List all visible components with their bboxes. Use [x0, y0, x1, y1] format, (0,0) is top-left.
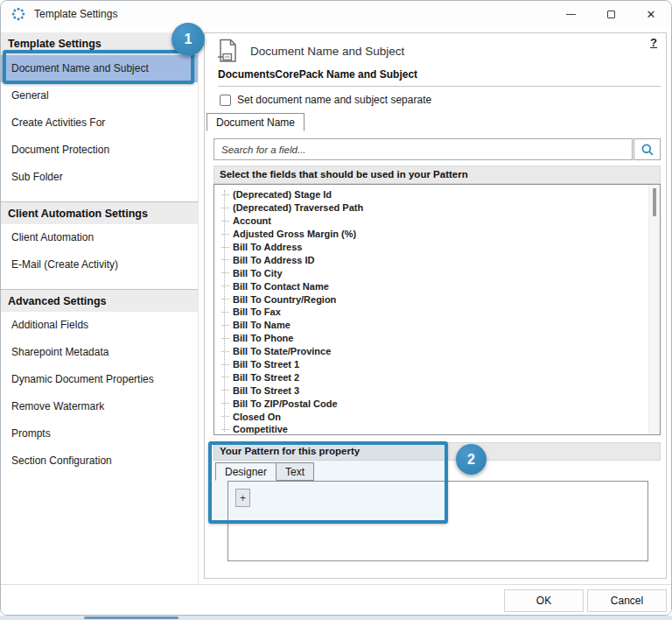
sidebar-item-section-configuration[interactable]: Section Configuration [1, 447, 198, 475]
field-tree-item[interactable]: Bill To Phone [220, 332, 648, 345]
field-tree-item[interactable]: Bill To Address [220, 241, 648, 254]
close-button[interactable]: ✕ [631, 1, 671, 27]
dialog-body: Template SettingsDocument Name and Subje… [1, 27, 671, 584]
help-button[interactable]: ? [650, 36, 657, 49]
minimize-button[interactable] [550, 1, 591, 27]
field-label: Adjusted Gross Margin (%) [233, 229, 356, 239]
tree-branch-icon [221, 285, 229, 286]
sidebar-item-e-mail-create-activity[interactable]: E-Mail (Create Activity) [1, 251, 198, 278]
dialog-footer: OK Cancel [1, 584, 671, 616]
tree-branch-icon [221, 364, 229, 365]
field-tree-item[interactable]: Bill To Street 2 [220, 370, 648, 384]
background-window-accent [84, 616, 178, 619]
field-tree-item[interactable]: Account [220, 215, 648, 228]
field-search-input[interactable] [214, 138, 633, 160]
field-tree-item[interactable]: Adjusted Gross Margin (%) [220, 228, 648, 241]
field-tree-item[interactable]: Bill To Name [220, 319, 648, 332]
field-tree-item[interactable]: Competitive [220, 423, 648, 435]
field-label: Bill To Address [233, 242, 302, 252]
sidebar-item-sub-folder[interactable]: Sub Folder [1, 164, 198, 191]
sidebar-group-template-settings: Template Settings [1, 32, 198, 55]
separate-name-subject-label: Set document name and subject separate [237, 94, 431, 106]
tree-branch-icon [221, 403, 229, 404]
field-label: Bill To Phone [233, 333, 293, 343]
tab-text[interactable]: Text [276, 462, 314, 481]
background-window-edge [0, 616, 672, 620]
main-panel: Document Name and Subject ? DocumentsCor… [204, 32, 667, 579]
field-label: Closed On [233, 412, 281, 422]
tree-branch-icon [221, 429, 229, 430]
field-tree-item[interactable]: Bill To State/Province [220, 345, 648, 358]
field-search-row [214, 138, 661, 160]
tree-branch-icon [221, 416, 229, 417]
tree-branch-icon [221, 259, 229, 260]
field-label: Bill To Street 3 [233, 385, 299, 396]
pattern-designer-canvas[interactable]: + [228, 481, 648, 561]
tree-branch-icon [221, 325, 229, 326]
window-title: Template Settings [34, 8, 117, 20]
field-tree-item[interactable]: Bill To Address ID [220, 253, 648, 266]
tree-branch-icon [221, 377, 229, 377]
close-icon: ✕ [647, 9, 656, 20]
screenshot-root: Template Settings ✕ Template SettingsDoc… [0, 0, 672, 620]
field-tree-item[interactable]: (Deprecated) Stage Id [220, 188, 648, 201]
tree-branch-icon [221, 234, 229, 235]
search-button[interactable] [634, 138, 661, 160]
field-tree-item[interactable]: Bill To Fax [220, 306, 648, 319]
maximize-button[interactable] [591, 1, 631, 27]
sidebar-item-document-name-and-subject[interactable]: Document Name and Subject [1, 55, 198, 82]
field-tree-item[interactable]: (Deprecated) Traversed Path [220, 201, 648, 215]
tree-branch-icon [221, 208, 229, 208]
field-label: (Deprecated) Stage Id [233, 189, 332, 200]
cancel-button[interactable]: Cancel [587, 589, 667, 612]
sidebar-item-remove-watermark[interactable]: Remove Watermark [1, 393, 198, 420]
field-tree-item[interactable]: Bill To Contact Name [220, 279, 648, 292]
fields-list[interactable]: (Deprecated) Stage Id(Deprecated) Traver… [214, 184, 661, 435]
app-logo-icon [11, 7, 25, 21]
field-tree-item[interactable]: Bill To Street 3 [220, 384, 648, 397]
field-label: Bill To ZIP/Postal Code [233, 398, 338, 409]
add-field-button[interactable]: + [235, 489, 250, 507]
field-label: Bill To Name [233, 320, 290, 330]
sidebar-group-client-automation-settings: Client Automation Settings [1, 201, 198, 224]
scrollbar-thumb[interactable] [653, 188, 656, 216]
document-rename-icon [217, 39, 238, 63]
tab-document-name[interactable]: Document Name [206, 113, 304, 131]
sidebar-item-client-automation[interactable]: Client Automation [1, 224, 198, 251]
tab-designer[interactable]: Designer [215, 462, 276, 481]
field-tree-item[interactable]: Bill To Street 1 [220, 358, 648, 371]
sidebar-item-document-protection[interactable]: Document Protection [1, 137, 198, 164]
field-label: Bill To City [233, 268, 283, 278]
field-label: Bill To State/Province [233, 346, 331, 356]
search-icon [640, 143, 654, 157]
window-controls: ✕ [550, 1, 671, 27]
tree-branch-icon [221, 351, 229, 352]
template-settings-dialog: Template Settings ✕ Template SettingsDoc… [0, 0, 672, 616]
pattern-section-header: Your Pattern for this property [214, 442, 661, 461]
fields-list-header: Select the fields that should be used in… [214, 166, 661, 184]
tree-branch-icon [221, 221, 229, 222]
sidebar-item-dynamic-document-properties[interactable]: Dynamic Document Properties [1, 366, 198, 393]
sidebar-item-additional-fields[interactable]: Additional Fields [1, 312, 198, 339]
sidebar-item-prompts[interactable]: Prompts [1, 420, 198, 447]
field-tree-item[interactable]: Closed On [220, 410, 648, 423]
fields-list-scrollbar[interactable] [648, 185, 660, 434]
settings-sidebar: Template SettingsDocument Name and Subje… [1, 27, 199, 584]
sidebar-group-advanced-settings: Advanced Settings [1, 289, 198, 312]
field-label: Bill To Street 1 [233, 359, 299, 370]
page-title: Document Name and Subject [250, 45, 404, 58]
field-tree-item[interactable]: Bill To City [220, 266, 648, 279]
field-tree-item[interactable]: Bill To ZIP/Postal Code [220, 397, 648, 410]
tree-branch-icon [221, 272, 229, 273]
separate-name-subject-checkbox[interactable] [220, 95, 231, 106]
sidebar-item-general[interactable]: General [1, 82, 198, 109]
separate-name-subject-row[interactable]: Set document name and subject separate [220, 94, 661, 106]
sidebar-item-sharepoint-metadata[interactable]: Sharepoint Metadata [1, 339, 198, 366]
tree-branch-icon [221, 312, 229, 313]
tree-branch-icon [221, 247, 229, 248]
ok-button[interactable]: OK [504, 589, 584, 612]
tree-branch-icon [221, 390, 229, 391]
sidebar-item-create-activities-for[interactable]: Create Activities For [1, 109, 198, 137]
field-tree-item[interactable]: Bill To Country/Region [220, 292, 648, 306]
tree-branch-icon [221, 338, 229, 339]
